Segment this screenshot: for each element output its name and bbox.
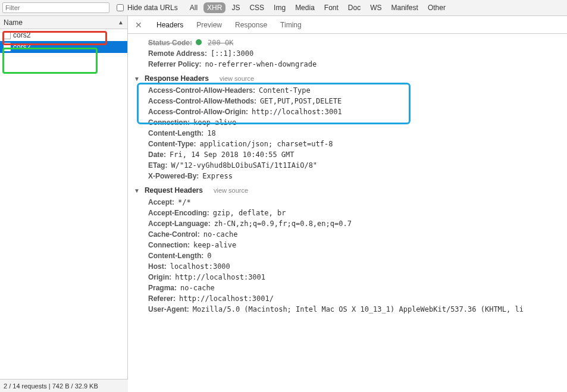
response-headers-list: Access-Control-Allow-Headers:Content-Typ… — [148, 85, 561, 181]
header-key: Content-Length: — [148, 129, 203, 137]
request-list-panel: Name ▲ cors2cors2 — [0, 16, 128, 379]
header-key: Access-Control-Allow-Headers: — [148, 86, 255, 95]
header-value: W/"12-vyGhud8bLOibuSATi/1t1IAiO/8" — [171, 161, 317, 170]
filter-input[interactable] — [2, 2, 109, 13]
hide-data-urls-checkbox[interactable] — [117, 4, 124, 11]
request-headers-title[interactable]: ▼ Request Headers view source — [134, 183, 561, 197]
type-tab-css[interactable]: CSS — [246, 2, 268, 13]
request-list: cors2cors2 — [0, 29, 127, 53]
detail-tab-response[interactable]: Response — [234, 17, 268, 33]
header-key: Accept-Language: — [148, 219, 211, 228]
header-value: keep-alive — [193, 241, 236, 249]
header-row: Connection:keep-alive — [148, 117, 561, 128]
document-icon — [4, 43, 11, 51]
header-key: X-Powered-By: — [148, 172, 199, 180]
header-key: Pragma: — [148, 284, 177, 292]
header-row: User-Agent:Mozilla/5.0 (Macintosh; Intel… — [148, 304, 561, 315]
header-value: */* — [178, 198, 191, 206]
details-tabs: ✕ HeadersPreviewResponseTiming — [128, 16, 567, 34]
remote-address-label: Remote Address: — [148, 49, 207, 58]
header-value: http://localhost:3001 — [252, 108, 342, 116]
headers-content: Status Code: 200 OK Remote Address: [::1… — [128, 34, 567, 327]
header-row: Accept-Language:zh-CN,zh;q=0.9,fr;q=0.8,… — [148, 218, 561, 229]
header-value: http://localhost:3001 — [175, 273, 265, 281]
request-headers-label: Request Headers — [145, 186, 203, 195]
hide-urls-group: Hide data URLs — [117, 4, 178, 12]
header-row: Access-Control-Allow-Methods:GET,PUT,POS… — [148, 96, 561, 106]
header-value: Mozilla/5.0 (Macintosh; Intel Mac OS X 1… — [193, 305, 524, 313]
name-column-label: Name — [4, 18, 23, 27]
details-panel: ✕ HeadersPreviewResponseTiming Status Co… — [128, 16, 567, 379]
close-icon[interactable]: ✕ — [133, 20, 145, 30]
header-row: Accept-Encoding:gzip, deflate, br — [148, 208, 561, 218]
hide-data-urls-label: Hide data URLs — [127, 4, 178, 12]
remote-address-row: Remote Address: [::1]:3000 — [148, 48, 561, 59]
header-key: Referer: — [148, 294, 176, 303]
detail-tab-preview[interactable]: Preview — [195, 17, 223, 33]
header-row: Referer:http://localhost:3001/ — [148, 293, 561, 304]
name-column-header[interactable]: Name ▲ — [0, 16, 127, 29]
type-tab-img[interactable]: Img — [270, 2, 289, 13]
disclosure-triangle-icon[interactable]: ▼ — [134, 187, 140, 194]
header-key: Connection: — [148, 241, 190, 249]
status-bar: 2 / 14 requests | 742 B / 32.9 KB — [0, 379, 128, 392]
header-value: http://localhost:3001/ — [179, 294, 274, 303]
status-bar-text: 2 / 14 requests | 742 B / 32.9 KB — [4, 382, 98, 390]
status-code-label: Status Code: — [148, 39, 192, 47]
type-tab-ws[interactable]: WS — [366, 2, 385, 13]
header-row: Origin:http://localhost:3001 — [148, 272, 561, 283]
header-key: Date: — [148, 150, 166, 159]
header-row: Access-Control-Allow-Headers:Content-Typ… — [148, 85, 561, 96]
header-row: Connection:keep-alive — [148, 240, 561, 250]
type-tab-xhr[interactable]: XHR — [203, 2, 225, 13]
header-key: Accept: — [148, 198, 174, 206]
header-value: Fri, 14 Sep 2018 10:40:55 GMT — [170, 150, 295, 159]
referrer-policy-row: Referrer Policy: no-referrer-when-downgr… — [148, 59, 561, 70]
request-item[interactable]: cors2 — [0, 29, 127, 41]
detail-tab-timing[interactable]: Timing — [279, 17, 303, 33]
header-row: Content-Length:18 — [148, 128, 561, 139]
status-code-row: Status Code: 200 OK — [148, 37, 561, 48]
header-row: Accept:*/* — [148, 197, 561, 208]
response-headers-title[interactable]: ▼ Response Headers view source — [134, 71, 561, 85]
header-row: Date:Fri, 14 Sep 2018 10:40:55 GMT — [148, 149, 561, 160]
header-row: Cache-Control:no-cache — [148, 229, 561, 240]
referrer-policy-value: no-referrer-when-downgrade — [205, 60, 317, 68]
response-headers-label: Response Headers — [145, 74, 209, 83]
header-key: Origin: — [148, 273, 171, 281]
header-value: application/json; charset=utf-8 — [199, 140, 333, 148]
type-tab-other[interactable]: Other — [424, 2, 449, 13]
view-source-link[interactable]: view source — [214, 187, 248, 194]
main-area: Name ▲ cors2cors2 ✕ HeadersPreviewRespon… — [0, 16, 567, 379]
header-value: localhost:3000 — [170, 262, 230, 271]
header-value: no-cache — [180, 284, 215, 292]
header-value: keep-alive — [193, 118, 236, 127]
request-headers-list: Accept:*/*Accept-Encoding:gzip, deflate,… — [148, 197, 561, 315]
header-value: 18 — [207, 129, 215, 137]
type-tab-doc[interactable]: Doc — [344, 2, 364, 13]
view-source-link[interactable]: view source — [220, 75, 254, 82]
type-tab-manifest[interactable]: Manifest — [388, 2, 422, 13]
header-key: Access-Control-Allow-Methods: — [148, 97, 256, 105]
disclosure-triangle-icon[interactable]: ▼ — [134, 76, 140, 82]
header-key: Access-Control-Allow-Origin: — [148, 108, 248, 116]
header-key: Content-Length: — [148, 252, 203, 260]
type-tab-font[interactable]: Font — [321, 2, 342, 13]
type-tab-all[interactable]: All — [186, 2, 201, 13]
type-tab-js[interactable]: JS — [228, 2, 243, 13]
header-value: Content-Type — [259, 86, 311, 95]
header-row: Content-Type:application/json; charset=u… — [148, 139, 561, 149]
header-value: 0 — [207, 252, 211, 260]
header-row: Pragma:no-cache — [148, 283, 561, 293]
status-dot-icon — [196, 39, 202, 45]
header-row: Access-Control-Allow-Origin:http://local… — [148, 106, 561, 117]
header-key: User-Agent: — [148, 305, 189, 313]
header-key: Content-Type: — [148, 140, 196, 148]
sort-ascending-icon: ▲ — [118, 19, 124, 26]
detail-tab-headers[interactable]: Headers — [155, 17, 184, 33]
response-headers-section: ▼ Response Headers view source Access-Co… — [134, 71, 561, 181]
top-toolbar: Hide data URLs AllXHRJSCSSImgMediaFontDo… — [0, 0, 567, 16]
request-item[interactable]: cors2 — [0, 41, 127, 53]
request-item-label: cors2 — [13, 43, 30, 51]
type-tab-media[interactable]: Media — [292, 2, 318, 13]
